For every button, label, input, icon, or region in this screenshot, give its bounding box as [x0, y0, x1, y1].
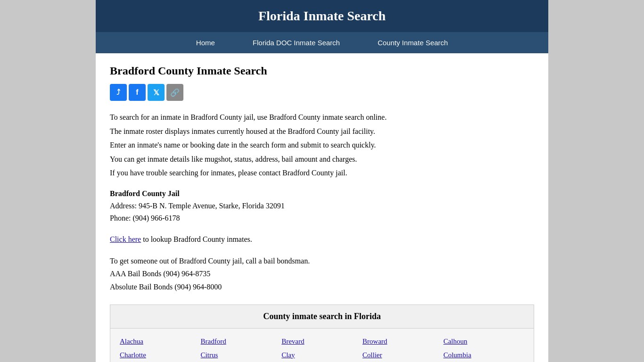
jail-name: Bradford County Jail: [110, 189, 534, 198]
county-alachua[interactable]: Alachua: [120, 336, 201, 347]
nav-county-search[interactable]: County Inmate Search: [359, 32, 467, 53]
desc-line-3: Enter an inmate's name or booking date i…: [110, 139, 534, 151]
bail-intro: To get someone out of Bradford County ja…: [110, 255, 534, 267]
county-columbia[interactable]: Columbia: [443, 350, 524, 361]
county-search-section: County inmate search in Florida Alachua …: [110, 304, 534, 362]
county-citrus[interactable]: Citrus: [201, 350, 282, 361]
bail-section: To get someone out of Bradford County ja…: [110, 255, 534, 293]
social-buttons: ⤴ f 𝕏 🔗: [110, 84, 534, 101]
click-here-section: Click here to lookup Bradford County inm…: [110, 233, 534, 246]
share-button[interactable]: ⤴: [110, 84, 127, 101]
description-section: To search for an inmate in Bradford Coun…: [110, 111, 534, 179]
county-charlotte[interactable]: Charlotte: [120, 350, 201, 361]
jail-info: Bradford County Jail Address: 945-B N. T…: [110, 189, 534, 224]
county-clay[interactable]: Clay: [281, 350, 363, 361]
county-bradford[interactable]: Bradford: [201, 336, 282, 347]
click-here-link[interactable]: Click here: [110, 235, 141, 243]
county-brevard[interactable]: Brevard: [281, 336, 363, 347]
desc-line-5: If you have trouble searching for inmate…: [110, 167, 534, 179]
main-nav: Home Florida DOC Inmate Search County In…: [96, 32, 548, 53]
site-title: Florida Inmate Search: [105, 8, 539, 24]
county-search-heading: County inmate search in Florida: [110, 305, 534, 329]
click-here-text: to lookup Bradford County inmates.: [143, 235, 252, 243]
jail-phone: Phone: (904) 966-6178: [110, 212, 534, 224]
bail-bond-2: Absolute Bail Bonds (904) 964-8000: [110, 281, 534, 293]
desc-line-2: The inmate roster displays inmates curre…: [110, 125, 534, 138]
page-title: Bradford County Inmate Search: [110, 65, 534, 77]
site-header: Florida Inmate Search: [96, 0, 548, 32]
desc-line-1: To search for an inmate in Bradford Coun…: [110, 111, 534, 123]
nav-home[interactable]: Home: [177, 32, 234, 53]
facebook-button[interactable]: f: [129, 84, 146, 101]
main-content: Bradford County Inmate Search ⤴ f 𝕏 🔗 To…: [96, 53, 548, 362]
copy-link-button[interactable]: 🔗: [166, 84, 183, 101]
nav-doc-search[interactable]: Florida DOC Inmate Search: [234, 32, 359, 53]
county-collier[interactable]: Collier: [363, 350, 444, 361]
twitter-button[interactable]: 𝕏: [148, 84, 165, 101]
county-calhoun[interactable]: Calhoun: [443, 336, 524, 347]
desc-line-4: You can get inmate details like mugshot,…: [110, 153, 534, 165]
county-broward[interactable]: Broward: [363, 336, 444, 347]
jail-address: Address: 945-B N. Temple Avenue, Starke,…: [110, 200, 534, 212]
county-grid: Alachua Bradford Brevard Broward Calhoun…: [110, 329, 534, 362]
bail-bond-1: AAA Bail Bonds (904) 964-8735: [110, 268, 534, 280]
